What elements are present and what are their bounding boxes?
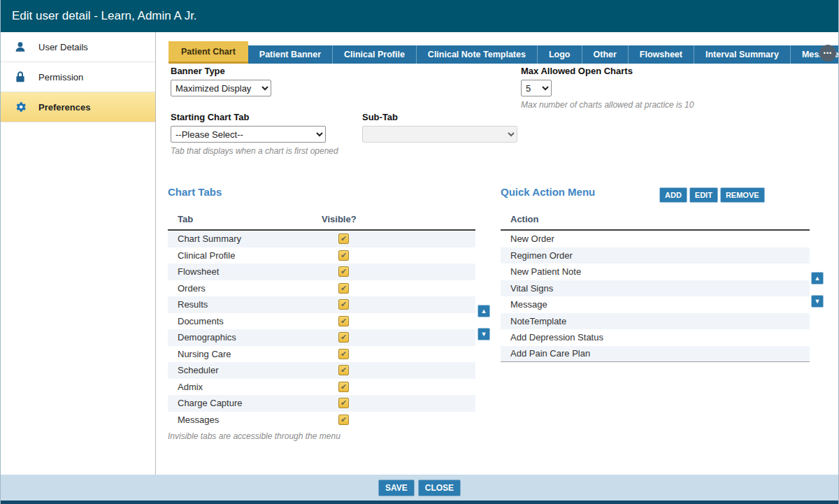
chart-tab-name: Demographics (178, 332, 322, 343)
chart-tab-name: Nursing Care (178, 349, 322, 359)
chart-tab-row: Flowsheet✔ (168, 264, 475, 280)
quick-action-scroll-down-button[interactable]: ▼ (811, 295, 824, 308)
close-button[interactable]: CLOSE (418, 480, 461, 496)
chart-tab-row: Documents✔ (168, 313, 475, 330)
tab-overflow-button[interactable]: ••• (819, 45, 836, 62)
chart-tab-name: Messages (178, 415, 322, 425)
lock-icon (13, 70, 27, 84)
chart-tabs-table: Tab Visible? Chart Summary✔Clinical Prof… (168, 211, 475, 428)
tab-other[interactable]: Other (582, 45, 629, 64)
quick-action-row[interactable]: Message (501, 296, 810, 313)
sidebar-item-label: Preferences (38, 102, 90, 113)
preferences-panel: Patient Chart Patient Banner Clinical Pr… (156, 32, 838, 475)
chart-tab-row: Clinical Profile✔ (168, 247, 475, 264)
sidebar-item-label: Permission (38, 72, 83, 82)
user-icon (13, 40, 27, 54)
chart-tabs-scroll-up-button[interactable]: ▲ (478, 305, 490, 317)
chart-tab-row: Results✔ (168, 296, 475, 313)
sidebar-item-user-details[interactable]: User Details (1, 32, 155, 62)
chart-tabs-heading: Chart Tabs (168, 186, 222, 198)
save-button[interactable]: SAVE (378, 480, 415, 496)
quick-action-row[interactable]: New Order (501, 231, 810, 247)
tab-interval-summary[interactable]: Interval Summary (694, 45, 791, 64)
action-name: Vital Signs (510, 283, 553, 294)
visible-checkbox[interactable]: ✔ (338, 299, 349, 310)
sub-tab-label: Sub-Tab (362, 112, 398, 122)
visible-checkbox[interactable]: ✔ (338, 365, 349, 375)
column-header-visible: Visible? (322, 214, 357, 224)
column-header-action: Action (510, 214, 538, 224)
sub-tab-select[interactable] (362, 126, 517, 143)
visible-checkbox[interactable]: ✔ (338, 316, 349, 326)
chart-tab-row: Messages✔ (168, 412, 475, 429)
visible-checkbox[interactable]: ✔ (338, 382, 349, 392)
max-open-charts-help: Max number of charts allowed at practice… (521, 100, 694, 110)
starting-chart-tab-select[interactable]: --Please Select-- (171, 126, 326, 143)
banner-type-label: Banner Type (171, 66, 225, 76)
visible-checkbox[interactable]: ✔ (338, 398, 349, 408)
quick-action-row[interactable]: Add Pain Care Plan (501, 346, 810, 363)
visible-checkbox[interactable]: ✔ (338, 266, 349, 277)
chart-tab-row: Chart Summary✔ (168, 231, 475, 247)
starting-chart-tab-label: Starting Chart Tab (171, 112, 249, 122)
add-button[interactable]: ADD (659, 187, 687, 203)
banner-type-select[interactable]: Maximized Display (171, 80, 271, 96)
action-name: Add Pain Care Plan (510, 348, 590, 359)
action-name: Regimen Order (510, 250, 573, 261)
sidebar-item-permission[interactable]: Permission (1, 62, 155, 92)
quick-action-buttons: ADD EDIT REMOVE (659, 187, 765, 203)
visible-checkbox[interactable]: ✔ (338, 233, 349, 244)
action-name: New Patient Note (510, 266, 581, 277)
chart-tab-name: Scheduler (178, 365, 322, 375)
action-name: Add Depression Status (510, 332, 603, 343)
tab-clinical-profile[interactable]: Clinical Profile (333, 45, 417, 64)
chart-tab-name: Documents (178, 316, 322, 326)
visible-checkbox[interactable]: ✔ (338, 349, 349, 359)
quick-action-row[interactable]: New Patient Note (501, 264, 810, 280)
chart-tab-row: Charge Capture✔ (168, 395, 475, 412)
chart-tab-name: Admix (178, 382, 322, 392)
sidebar-item-preferences[interactable]: Preferences (1, 92, 155, 122)
sidebar: User Details Permission Preferences (1, 32, 156, 475)
edit-button[interactable]: EDIT (689, 187, 718, 203)
chart-tabs-footnote: Invisible tabs are accessible through th… (168, 431, 340, 441)
tab-bar: Patient Chart Patient Banner Clinical Pr… (168, 41, 838, 64)
remove-button[interactable]: REMOVE (720, 187, 765, 203)
action-name: New Order (510, 233, 554, 244)
tab-clinical-note-templates[interactable]: Clinical Note Templates (417, 45, 538, 64)
tab-logo[interactable]: Logo (538, 45, 582, 64)
starting-chart-tab-help: Tab that displays when a chart is first … (171, 146, 338, 156)
chart-tab-row: Nursing Care✔ (168, 346, 475, 363)
tab-flowsheet[interactable]: Flowsheet (629, 45, 694, 64)
tab-patient-banner[interactable]: Patient Banner (248, 45, 333, 64)
visible-checkbox[interactable]: ✔ (338, 415, 349, 425)
quick-action-row[interactable]: Vital Signs (501, 280, 810, 297)
chart-tab-name: Charge Capture (178, 398, 322, 408)
chart-tabs-header: Tab Visible? (168, 211, 475, 231)
bottom-edge (1, 501, 838, 504)
quick-action-row[interactable]: NoteTemplate (501, 313, 810, 330)
quick-action-row[interactable]: Add Depression Status (501, 329, 810, 346)
quick-action-rows: New OrderRegimen OrderNew Patient NoteVi… (501, 231, 810, 362)
page-title: Edit user detail - Learn, Admin A Jr. (1, 0, 838, 32)
action-name: Message (510, 299, 547, 310)
chart-tab-row: Scheduler✔ (168, 362, 475, 379)
chart-tab-row: Admix✔ (168, 379, 475, 396)
tab-patient-chart[interactable]: Patient Chart (168, 41, 248, 64)
column-header-tab: Tab (178, 214, 322, 224)
chart-tab-name: Results (178, 299, 322, 310)
visible-checkbox[interactable]: ✔ (338, 250, 349, 261)
max-open-charts-label: Max Allowed Open Charts (521, 66, 633, 76)
max-open-charts-select[interactable]: 5 (521, 80, 552, 96)
chart-tab-name: Orders (178, 283, 322, 294)
quick-action-row[interactable]: Regimen Order (501, 247, 810, 264)
chart-tabs-scroll-down-button[interactable]: ▼ (478, 328, 490, 340)
visible-checkbox[interactable]: ✔ (338, 332, 349, 343)
chart-tab-name: Chart Summary (178, 233, 322, 244)
chart-tab-name: Flowsheet (178, 266, 322, 277)
action-name: NoteTemplate (510, 316, 566, 326)
chart-tab-name: Clinical Profile (178, 250, 322, 261)
visible-checkbox[interactable]: ✔ (338, 283, 349, 294)
quick-action-scroll-up-button[interactable]: ▲ (811, 272, 824, 285)
chart-tab-row: Orders✔ (168, 280, 475, 297)
